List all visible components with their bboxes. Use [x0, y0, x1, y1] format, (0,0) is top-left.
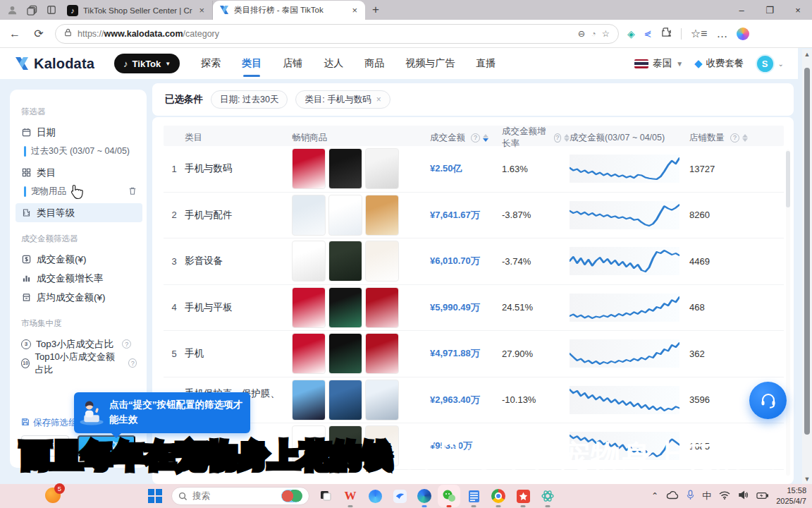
notification-app-icon[interactable]: 5: [45, 488, 61, 503]
zoom-out-icon[interactable]: ⊖: [578, 28, 585, 39]
help-icon[interactable]: ?: [128, 358, 137, 368]
sort-icons[interactable]: [564, 134, 570, 142]
table-row[interactable]: 6 手机保护壳、保护膜、皮肤 ¥2,963.40万 -10.13% 3596: [164, 377, 784, 424]
product-thumbnail[interactable]: [292, 333, 326, 374]
help-icon[interactable]: ?: [730, 133, 739, 143]
product-thumbnails[interactable]: [292, 333, 430, 374]
product-thumbnail[interactable]: [365, 333, 399, 374]
filter-date[interactable]: 日期: [21, 123, 137, 142]
category-link[interactable]: 手机与配件: [185, 209, 292, 222]
nav-product[interactable]: 商品: [364, 48, 384, 79]
settings-more-icon[interactable]: …: [716, 28, 727, 40]
minimize-button[interactable]: –: [727, 5, 756, 16]
scroll-down-icon[interactable]: ▼: [804, 474, 811, 484]
favorite-star-icon[interactable]: ☆: [602, 28, 610, 39]
sort-icons[interactable]: [742, 134, 748, 142]
reset-button[interactable]: 重置: [21, 435, 69, 456]
category-link[interactable]: 耳机: [185, 440, 292, 452]
nav-explore[interactable]: 探索: [201, 48, 221, 79]
product-thumbnail[interactable]: [328, 425, 362, 466]
trash-icon[interactable]: [128, 186, 137, 198]
customer-service-button[interactable]: [749, 382, 787, 419]
quark-ai-icon[interactable]: [367, 488, 383, 504]
translate-icon[interactable]: ◔: [591, 29, 596, 39]
region-selector[interactable]: 泰国 ▼: [634, 57, 683, 70]
platform-selector[interactable]: ♪ TikTok ▼: [114, 54, 180, 73]
product-thumbnail[interactable]: [328, 380, 362, 421]
chip-close-icon[interactable]: ×: [376, 95, 381, 104]
chrome-icon[interactable]: [490, 488, 507, 504]
product-thumbnails[interactable]: [292, 287, 430, 328]
table-row[interactable]: 7 耳机 ¥953.90万 1685: [164, 423, 784, 470]
product-thumbnail[interactable]: [328, 241, 362, 282]
refresh-button[interactable]: ⟳: [31, 27, 47, 40]
product-thumbnail[interactable]: [328, 333, 362, 374]
close-button[interactable]: ×: [784, 5, 812, 16]
address-bar[interactable]: https://www.kalodata.com/category ⊖ ◔ ☆: [55, 24, 619, 44]
nav-video-ads[interactable]: 视频与广告: [405, 48, 455, 79]
copilot-icon[interactable]: [737, 28, 749, 40]
extensions-puzzle-icon[interactable]: [661, 27, 672, 40]
wechat-icon[interactable]: [441, 488, 457, 504]
col-gmv-growth[interactable]: 成交金额增长率?: [502, 126, 570, 150]
help-icon[interactable]: ?: [554, 133, 561, 143]
col-gmv-range[interactable]: 成交金额(03/07 ~ 04/05): [570, 132, 689, 144]
ime-indicator[interactable]: 中: [702, 490, 711, 502]
category-link[interactable]: 手机与平板: [185, 301, 292, 314]
table-row[interactable]: 1 手机与数码 ¥2.50亿 1.63% 13727: [164, 146, 784, 193]
taskbar-search[interactable]: [171, 487, 309, 505]
red-app-icon[interactable]: [515, 488, 531, 504]
product-thumbnail[interactable]: [292, 148, 326, 189]
product-thumbnails[interactable]: [292, 241, 430, 282]
product-thumbnail[interactable]: [328, 195, 362, 236]
scrollbar-thumb[interactable]: [804, 68, 810, 435]
search-input[interactable]: [192, 491, 276, 501]
nav-creator[interactable]: 达人: [324, 48, 343, 79]
pricing-plan-link[interactable]: ◆ 收费套餐: [694, 57, 744, 70]
product-thumbnail[interactable]: [365, 425, 399, 466]
notepad-icon[interactable]: [465, 488, 482, 504]
product-thumbnails[interactable]: [292, 195, 430, 236]
thunder-icon[interactable]: [391, 488, 408, 504]
product-thumbnails[interactable]: [292, 380, 430, 421]
back-button[interactable]: ←: [7, 28, 23, 40]
wifi-icon[interactable]: [719, 490, 730, 502]
product-thumbnail[interactable]: [328, 148, 362, 189]
sort-icons[interactable]: [483, 134, 488, 142]
product-thumbnail[interactable]: [328, 287, 362, 328]
product-thumbnails[interactable]: [292, 425, 430, 466]
col-products[interactable]: 畅销商品: [292, 132, 430, 144]
search-highlight-icon[interactable]: [281, 490, 302, 502]
tray-expand-icon[interactable]: ⌃: [651, 491, 658, 501]
filter-category-level[interactable]: 类目等级: [16, 203, 142, 222]
col-category[interactable]: 类目: [185, 132, 292, 144]
filter-category[interactable]: 类目: [21, 163, 137, 182]
volume-icon[interactable]: [738, 490, 749, 502]
help-icon[interactable]: ?: [471, 133, 480, 143]
filter-gmv[interactable]: 成交金额(¥): [21, 250, 137, 269]
nav-live[interactable]: 直播: [476, 48, 496, 79]
profile-icon[interactable]: [6, 4, 18, 16]
product-thumbnail[interactable]: [365, 241, 399, 282]
product-thumbnail[interactable]: [365, 380, 399, 421]
scroll-up-icon[interactable]: ▲: [804, 49, 811, 59]
tab-close-icon[interactable]: ×: [197, 5, 206, 16]
kalodata-logo[interactable]: Kalodata: [14, 56, 94, 72]
vertical-tabs-icon[interactable]: [45, 4, 58, 16]
restore-button[interactable]: ❐: [756, 5, 784, 16]
onedrive-cloud-icon[interactable]: [666, 490, 679, 502]
site-info-lock-icon[interactable]: [64, 28, 72, 39]
extension-kite-icon[interactable]: ⋞: [644, 28, 652, 39]
table-row[interactable]: 5 手机 ¥4,971.88万 27.90% 362: [164, 331, 784, 377]
chip-category[interactable]: 类目: 手机与数码×: [295, 90, 390, 109]
product-thumbnail[interactable]: [365, 287, 399, 328]
category-link[interactable]: 影音设备: [185, 255, 292, 267]
start-button[interactable]: [147, 488, 164, 504]
task-view-icon[interactable]: [317, 488, 334, 504]
filter-date-value[interactable]: 过去30天 (03/07 ~ 04/05): [23, 143, 137, 160]
product-thumbnail[interactable]: [292, 241, 326, 282]
filter-shop-avg-gmv[interactable]: 店均成交金额(¥): [21, 288, 137, 307]
table-row[interactable]: 4 手机与平板 ¥5,990.49万 24.51% 468: [164, 285, 784, 332]
filter-gmv-growth[interactable]: 成交金额增长率: [21, 269, 137, 288]
product-thumbnail[interactable]: [292, 380, 326, 421]
